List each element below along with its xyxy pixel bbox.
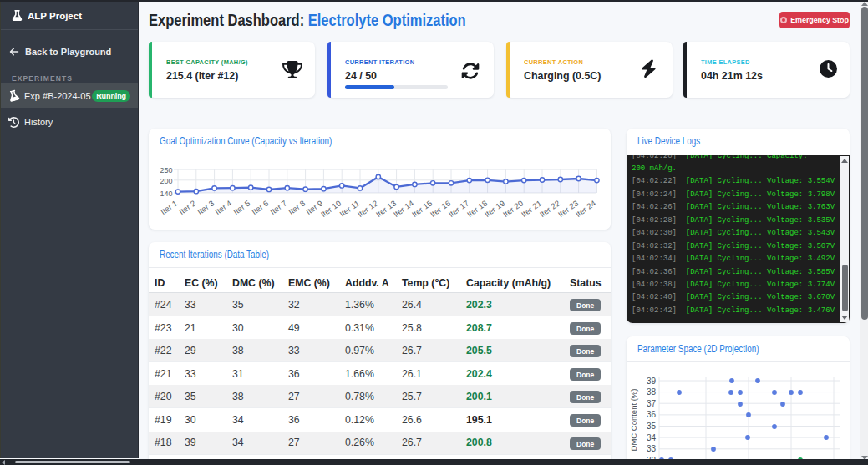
svg-text:140: 140 xyxy=(160,190,172,198)
svg-text:Iter 14: Iter 14 xyxy=(392,199,415,219)
svg-text:36: 36 xyxy=(647,410,657,419)
svg-text:Iter 21: Iter 21 xyxy=(520,199,543,219)
svg-text:200: 200 xyxy=(160,177,172,185)
svg-text:Iter 11: Iter 11 xyxy=(338,199,361,219)
svg-text:Iter 19: Iter 19 xyxy=(483,199,506,219)
svg-text:Iter 4: Iter 4 xyxy=(213,199,233,216)
svg-text:Iter 24: Iter 24 xyxy=(574,199,597,219)
svg-text:Iter 7: Iter 7 xyxy=(268,199,288,216)
svg-text:38: 38 xyxy=(647,387,657,397)
svg-text:Iter 22: Iter 22 xyxy=(538,199,561,219)
svg-text:Iter 5: Iter 5 xyxy=(231,199,251,216)
svg-text:Iter 20: Iter 20 xyxy=(501,199,525,219)
svg-text:Iter 3: Iter 3 xyxy=(195,199,216,216)
svg-text:37: 37 xyxy=(647,399,657,408)
svg-text:Iter 10: Iter 10 xyxy=(319,199,343,219)
svg-text:Iter 15: Iter 15 xyxy=(410,199,434,219)
svg-text:39: 39 xyxy=(647,377,657,386)
svg-text:35: 35 xyxy=(647,422,657,431)
svg-text:33: 33 xyxy=(647,444,657,453)
svg-text:250: 250 xyxy=(160,166,172,174)
svg-text:Iter 17: Iter 17 xyxy=(447,199,470,219)
svg-text:DMC Content (%): DMC Content (%) xyxy=(629,389,638,452)
svg-text:Iter 6: Iter 6 xyxy=(250,199,270,216)
svg-text:Iter 12: Iter 12 xyxy=(356,199,379,219)
svg-text:34: 34 xyxy=(647,433,657,442)
svg-text:Iter 8: Iter 8 xyxy=(287,199,307,216)
svg-text:Iter 2: Iter 2 xyxy=(177,199,197,216)
svg-text:Iter 1: Iter 1 xyxy=(159,199,179,216)
svg-text:Iter 16: Iter 16 xyxy=(429,199,452,219)
